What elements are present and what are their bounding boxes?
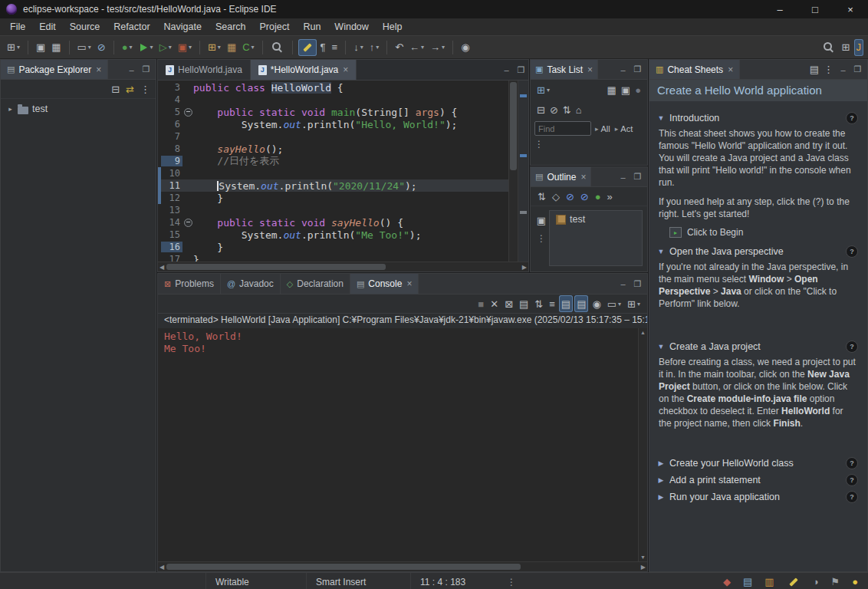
hide-fields-icon[interactable]: ◇ (550, 188, 562, 205)
run-external-tools-icon[interactable]: ▷▾ (157, 39, 174, 56)
collapse-all-sections-icon[interactable]: ▤ (807, 61, 821, 78)
cheat-section-header-create-a-java-project[interactable]: ▼Create a Java project? (657, 341, 858, 353)
tip-of-day-icon[interactable]: ● (850, 574, 860, 589)
minimize-view-icon[interactable]: – (616, 173, 630, 182)
menu-edit[interactable]: Edit (32, 20, 63, 34)
menu-search[interactable]: Search (209, 20, 253, 34)
show-on-stderr-icon[interactable]: ▤ (574, 295, 588, 312)
menu-project[interactable]: Project (253, 20, 297, 34)
run-dropdown-icon[interactable]: ▾ (150, 44, 153, 51)
quick-search-icon[interactable] (820, 39, 838, 56)
close-icon[interactable]: × (728, 64, 733, 75)
forward-dropdown-icon[interactable]: ▾ (442, 44, 445, 51)
focus-on-workweek-icon[interactable]: ▣ (619, 81, 633, 98)
debug-dropdown-icon[interactable]: ▾ (130, 44, 133, 51)
task-find-input[interactable] (534, 121, 591, 136)
scroll-right-icon[interactable]: ▶ (641, 564, 646, 571)
open-console-dropdown-dropdown-icon[interactable]: ▾ (637, 301, 640, 308)
menu-help[interactable]: Help (376, 20, 409, 34)
cheat-section-header-add-a-print-statement[interactable]: ▶Add a print statement? (657, 474, 858, 486)
remove-launch-icon[interactable]: ✕ (488, 295, 501, 312)
console-word-wrap-icon[interactable]: ≡ (547, 295, 557, 312)
task-overflow-icon[interactable]: ⋮ (534, 139, 544, 150)
new-wizard-dropdown-icon[interactable]: ▾ (17, 44, 20, 51)
fold-collapse-icon[interactable] (184, 108, 192, 117)
help-icon[interactable]: ? (846, 457, 858, 469)
help-icon[interactable]: ? (846, 341, 858, 353)
console-horizontal-scrollbar[interactable]: ◀ ▶ (158, 561, 647, 571)
console-output[interactable]: Hello, World! Me Too! (158, 328, 638, 561)
background-jobs-icon[interactable]: ◑ (810, 574, 821, 589)
new-java-class-dropdown-icon[interactable]: ▾ (252, 44, 255, 51)
console-vertical-scrollbar[interactable]: ▲ ▼ (638, 328, 647, 561)
open-console-tool-icon[interactable]: ▭▾ (75, 39, 94, 56)
section-twistie-icon[interactable]: ▼ (657, 248, 665, 255)
fold-collapse-icon[interactable] (184, 219, 192, 227)
status-overflow-icon[interactable]: ⋮ (499, 577, 524, 587)
cheat-section-header-run-your-java-application[interactable]: ▶Run your Java application? (657, 491, 858, 503)
section-twistie-icon[interactable]: ▼ (657, 114, 665, 122)
window-minimize-button[interactable]: – (762, 0, 797, 18)
pin-editor-icon[interactable]: ◉ (459, 39, 472, 56)
minimize-editor-icon[interactable]: – (499, 65, 514, 74)
show-whitespace-icon[interactable]: ¶ (318, 39, 328, 56)
save-icon[interactable]: ▣ (34, 39, 48, 56)
outline-item-test[interactable]: test (551, 212, 640, 226)
minimize-view-icon[interactable]: – (836, 65, 850, 74)
java-status-icon[interactable]: ◆ (721, 574, 733, 589)
back-icon[interactable]: ←▾ (407, 39, 426, 56)
open-console-tool-dropdown-icon[interactable]: ▾ (88, 44, 91, 51)
menu-refactor[interactable]: Refactor (107, 20, 156, 34)
editor-tab-helloworld-java[interactable]: J*HelloWorld.java× (251, 60, 357, 80)
forward-icon[interactable]: →▾ (428, 39, 447, 56)
task-home-icon[interactable]: ⌂ (574, 101, 584, 118)
show-on-stdout-icon[interactable]: ▤ (559, 295, 573, 312)
cheat-action-click-to-begin[interactable]: ▸Click to Begin (669, 227, 858, 238)
help-icon[interactable]: ? (846, 491, 858, 503)
previous-annotation-dropdown-icon[interactable]: ▾ (376, 44, 379, 51)
maximize-view-icon[interactable]: ❐ (850, 64, 865, 74)
close-icon[interactable]: × (580, 172, 586, 183)
help-icon[interactable]: ? (846, 245, 858, 258)
word-wrap-icon[interactable]: ≡ (330, 39, 340, 56)
new-wizard-icon[interactable]: ⊞▾ (5, 39, 22, 56)
link-outline-icon[interactable]: ● (593, 188, 603, 205)
scroll-up-icon[interactable]: ▲ (640, 330, 646, 335)
coverage-icon[interactable]: ▣▾ (176, 39, 194, 56)
new-task-dropdown-icon[interactable]: ▾ (547, 87, 550, 94)
scroll-down-icon[interactable]: ▼ (640, 554, 646, 560)
code-editor[interactable]: 3public class HelloWorld {45 public stat… (158, 81, 508, 262)
tab-outline[interactable]: ▤ Outline × (531, 167, 591, 186)
remove-all-launches-icon[interactable]: ⊠ (502, 295, 515, 312)
focus-view-icon[interactable]: ▣ (534, 212, 548, 229)
tab-problems[interactable]: ⊠Problems (158, 274, 221, 294)
menu-navigate[interactable]: Navigate (157, 20, 209, 34)
task-filter-all[interactable]: ▸All (593, 124, 613, 133)
menu-file[interactable]: File (3, 20, 32, 34)
close-icon[interactable]: × (587, 64, 593, 75)
collapse-tasks-icon[interactable]: ⊟ (534, 101, 547, 118)
task-filter-act[interactable]: ▸Act (613, 124, 635, 133)
display-selected-console-dropdown-icon[interactable]: ▾ (618, 301, 621, 308)
maximize-view-icon[interactable]: ❐ (630, 64, 645, 74)
hide-completed-icon[interactable]: ⊘ (547, 101, 561, 118)
outline-overflow-icon[interactable]: ⋮ (537, 233, 546, 244)
next-annotation-dropdown-icon[interactable]: ▾ (360, 44, 363, 51)
link-with-editor-icon[interactable]: ⇄ (123, 81, 136, 97)
minimize-view-icon[interactable]: – (616, 279, 630, 288)
open-console-dropdown-icon[interactable]: ⊞▾ (625, 295, 643, 312)
scroll-left-icon[interactable]: ◀ (159, 564, 164, 571)
help-icon[interactable]: ? (846, 112, 858, 124)
terminate-icon[interactable]: ■ (475, 295, 486, 312)
cheat-sheet-icon[interactable]: ▥ (762, 574, 776, 589)
save-all-icon[interactable]: ▦ (49, 39, 63, 56)
tab-javadoc[interactable]: @Javadoc (221, 274, 281, 294)
minimize-view-icon[interactable]: – (124, 65, 139, 74)
hide-static-icon[interactable]: ⊘ (564, 188, 577, 205)
new-java-project-icon[interactable]: ⊞▾ (205, 39, 223, 56)
new-java-package-icon[interactable]: ▦ (225, 39, 238, 56)
sort-outline-icon[interactable]: ⇅ (535, 188, 548, 205)
window-maximize-button[interactable]: □ (797, 0, 833, 18)
show-scheduled-icon[interactable]: ▦ (605, 81, 619, 98)
previous-annotation-icon[interactable]: ↑▾ (367, 39, 382, 56)
